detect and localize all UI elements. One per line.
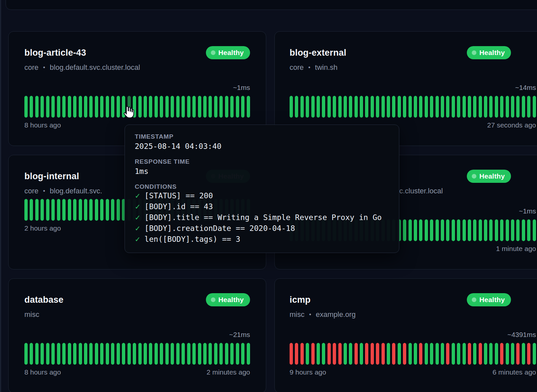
health-bar[interactable]	[111, 343, 114, 365]
health-bar[interactable]	[354, 343, 358, 365]
health-bar[interactable]	[182, 96, 185, 118]
health-bar[interactable]	[430, 96, 433, 118]
health-bar[interactable]	[354, 96, 358, 118]
health-bar[interactable]	[468, 219, 471, 241]
health-bar[interactable]	[171, 96, 174, 118]
health-bar[interactable]	[138, 343, 142, 365]
health-bar[interactable]	[203, 343, 207, 365]
health-bar[interactable]	[409, 96, 412, 118]
health-bar[interactable]	[516, 96, 520, 118]
health-bar[interactable]	[365, 96, 368, 118]
health-bar[interactable]	[322, 96, 325, 118]
health-bar[interactable]	[468, 96, 471, 118]
health-bar[interactable]	[35, 96, 39, 118]
health-bar[interactable]	[468, 343, 471, 365]
health-bar[interactable]	[441, 96, 444, 118]
health-bar[interactable]	[117, 343, 120, 365]
health-bar[interactable]	[46, 343, 49, 365]
health-bar[interactable]	[182, 343, 185, 365]
health-bar[interactable]	[89, 96, 93, 118]
health-bar[interactable]	[106, 343, 109, 365]
health-bar[interactable]	[392, 343, 395, 365]
health-bar[interactable]	[41, 199, 44, 221]
health-bar[interactable]	[138, 96, 142, 118]
health-bar[interactable]	[68, 199, 71, 221]
health-bar[interactable]	[41, 343, 44, 365]
health-bar[interactable]	[414, 219, 417, 241]
health-bar[interactable]	[479, 219, 482, 241]
health-bar[interactable]	[495, 96, 498, 118]
health-bar[interactable]	[436, 343, 439, 365]
health-bar[interactable]	[446, 219, 449, 241]
health-bar[interactable]	[327, 343, 331, 365]
health-bar[interactable]	[457, 219, 460, 241]
health-bar[interactable]	[89, 343, 93, 365]
health-bar[interactable]	[457, 343, 460, 365]
health-bar[interactable]	[344, 343, 347, 365]
health-bar[interactable]	[236, 343, 239, 365]
health-bar[interactable]	[57, 199, 60, 221]
service-card[interactable]: icmp Healthy misc • example.org ~4391ms	[274, 278, 537, 392]
health-bar[interactable]	[219, 343, 223, 365]
health-bar[interactable]	[333, 96, 336, 118]
health-bar[interactable]	[506, 219, 509, 241]
health-bar[interactable]	[409, 343, 412, 365]
health-bar[interactable]	[155, 96, 158, 118]
health-bar[interactable]	[360, 96, 363, 118]
service-card[interactable]: database Healthy misc ~21ms 8	[8, 278, 266, 392]
health-bar[interactable]	[479, 343, 482, 365]
health-bar[interactable]	[160, 96, 163, 118]
health-bar[interactable]	[165, 96, 169, 118]
health-bar[interactable]	[176, 96, 180, 118]
health-bar[interactable]	[489, 96, 493, 118]
health-bar[interactable]	[403, 96, 406, 118]
health-bar[interactable]	[24, 199, 28, 221]
health-bar[interactable]	[209, 96, 212, 118]
health-bar[interactable]	[68, 343, 71, 365]
health-bar[interactable]	[209, 343, 212, 365]
health-bar[interactable]	[100, 96, 103, 118]
health-bar[interactable]	[100, 199, 103, 221]
health-bar[interactable]	[441, 219, 444, 241]
health-bar[interactable]	[446, 343, 449, 365]
health-bar[interactable]	[46, 199, 49, 221]
health-bar[interactable]	[430, 343, 433, 365]
health-bar[interactable]	[495, 219, 498, 241]
health-bar[interactable]	[398, 96, 401, 118]
health-bar[interactable]	[311, 343, 315, 365]
health-bar[interactable]	[495, 343, 498, 365]
health-bar[interactable]	[419, 343, 422, 365]
health-bar[interactable]	[95, 96, 98, 118]
health-bar[interactable]	[527, 96, 530, 118]
health-bar[interactable]	[187, 96, 190, 118]
health-bar[interactable]	[522, 219, 525, 241]
health-bar[interactable]	[225, 343, 228, 365]
health-bar[interactable]	[522, 96, 525, 118]
health-bar[interactable]	[398, 343, 401, 365]
health-bar[interactable]	[30, 96, 33, 118]
health-bar[interactable]	[247, 96, 250, 118]
health-bar[interactable]	[311, 96, 315, 118]
health-bar[interactable]	[225, 96, 228, 118]
health-bar[interactable]	[236, 96, 239, 118]
health-bar[interactable]	[479, 96, 482, 118]
health-bar[interactable]	[349, 96, 352, 118]
health-bar[interactable]	[192, 343, 196, 365]
health-bar[interactable]	[230, 343, 234, 365]
health-bar[interactable]	[436, 219, 439, 241]
health-bar[interactable]	[414, 343, 417, 365]
health-bar[interactable]	[511, 96, 514, 118]
health-bar[interactable]	[349, 343, 352, 365]
health-bar[interactable]	[387, 96, 390, 118]
health-bar[interactable]	[62, 199, 66, 221]
health-bar[interactable]	[117, 199, 120, 221]
health-bar[interactable]	[463, 343, 466, 365]
health-bar[interactable]	[387, 343, 390, 365]
health-bar[interactable]	[338, 343, 342, 365]
health-bar[interactable]	[84, 343, 87, 365]
health-bar[interactable]	[117, 96, 120, 118]
health-bar[interactable]	[344, 96, 347, 118]
health-bar[interactable]	[463, 96, 466, 118]
health-bar[interactable]	[111, 96, 114, 118]
health-bar[interactable]	[79, 343, 82, 365]
